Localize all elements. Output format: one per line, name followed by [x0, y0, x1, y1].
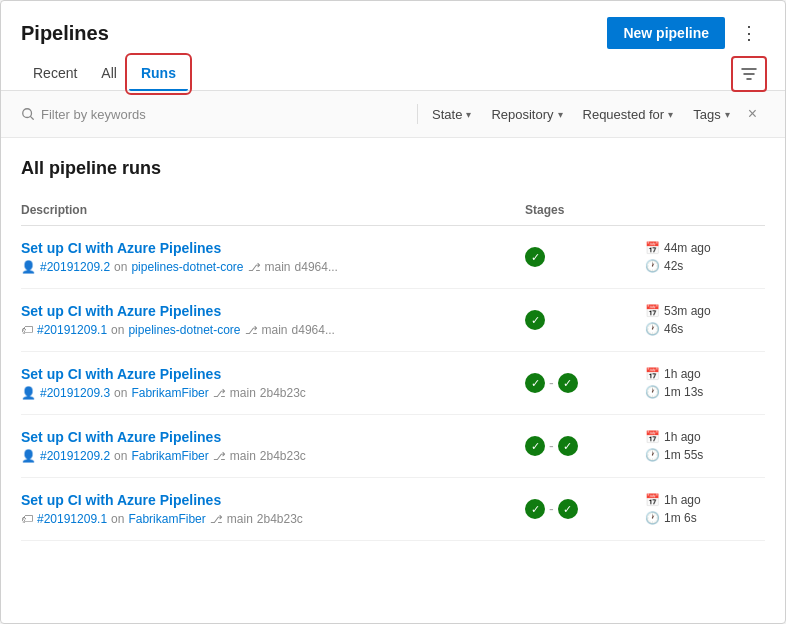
clock-icon: 🕐: [645, 511, 660, 525]
pipeline-info: Set up CI with Azure Pipelines 👤 #201912…: [21, 240, 525, 274]
person-icon: 👤: [21, 260, 36, 274]
stage-separator: -: [549, 375, 554, 391]
on-text: on: [114, 386, 127, 400]
on-text: on: [114, 260, 127, 274]
stages-cell: ✓ - ✓: [525, 436, 645, 456]
on-text: on: [111, 323, 124, 337]
state-filter[interactable]: State ▾: [422, 103, 481, 126]
time-ago: 44m ago: [664, 241, 711, 255]
tab-recent[interactable]: Recent: [21, 57, 89, 91]
pipeline-name-link[interactable]: Set up CI with Azure Pipelines: [21, 240, 525, 256]
col-header-description: Description: [21, 203, 525, 217]
section-title: All pipeline runs: [21, 158, 765, 179]
branch-name: main: [262, 323, 288, 337]
filter-toggle-button[interactable]: [733, 58, 765, 90]
repository-filter[interactable]: Repository ▾: [481, 103, 572, 126]
requested-for-label: Requested for: [583, 107, 665, 122]
stages-cell: ✓: [525, 247, 645, 267]
repo-name: FabrikamFiber: [128, 512, 205, 526]
time-cell: 📅 44m ago 🕐 42s: [645, 241, 765, 273]
table-row: Set up CI with Azure Pipelines 🏷 #201912…: [21, 289, 765, 352]
table-row: Set up CI with Azure Pipelines 🏷 #201912…: [21, 478, 765, 541]
pipeline-name-link[interactable]: Set up CI with Azure Pipelines: [21, 429, 525, 445]
on-text: on: [114, 449, 127, 463]
duration: 1m 13s: [664, 385, 703, 399]
calendar-icon: 📅: [645, 304, 660, 318]
requested-for-filter[interactable]: Requested for ▾: [573, 103, 684, 126]
pipeline-meta: 👤 #20191209.2 on FabrikamFiber ⎇ main 2b…: [21, 449, 525, 463]
tab-all[interactable]: All: [89, 57, 129, 91]
branch-icon: ⎇: [245, 324, 258, 337]
pipeline-info: Set up CI with Azure Pipelines 🏷 #201912…: [21, 492, 525, 526]
repo-name: FabrikamFiber: [131, 386, 208, 400]
filter-icon: [741, 66, 757, 82]
duration-row: 🕐 42s: [645, 259, 765, 273]
time-ago: 1h ago: [664, 493, 701, 507]
repo-name: pipelines-dotnet-core: [131, 260, 243, 274]
time-ago-row: 📅 1h ago: [645, 367, 765, 381]
time-ago-row: 📅 44m ago: [645, 241, 765, 255]
stage-separator: -: [549, 438, 554, 454]
on-text: on: [111, 512, 124, 526]
new-pipeline-button[interactable]: New pipeline: [607, 17, 725, 49]
commit-hash: 2b4b23c: [260, 449, 306, 463]
duration: 46s: [664, 322, 683, 336]
repo-name: FabrikamFiber: [131, 449, 208, 463]
time-cell: 📅 1h ago 🕐 1m 55s: [645, 430, 765, 462]
table-row: Set up CI with Azure Pipelines 👤 #201912…: [21, 226, 765, 289]
pipeline-name-link[interactable]: Set up CI with Azure Pipelines: [21, 303, 525, 319]
repository-label: Repository: [491, 107, 553, 122]
branch-name: main: [230, 449, 256, 463]
clock-icon: 🕐: [645, 259, 660, 273]
clock-icon: 🕐: [645, 448, 660, 462]
tab-runs[interactable]: Runs: [129, 57, 188, 91]
commit-hash: d4964...: [295, 260, 338, 274]
commit-hash: 2b4b23c: [257, 512, 303, 526]
filter-icon-area: [733, 58, 765, 90]
header-actions: New pipeline ⋮: [607, 17, 765, 49]
stage-success-icon: ✓: [525, 310, 545, 330]
clock-icon: 🕐: [645, 322, 660, 336]
time-ago-row: 📅 1h ago: [645, 493, 765, 507]
tabs-bar: Recent All Runs: [1, 49, 785, 91]
tags-filter[interactable]: Tags ▾: [683, 103, 739, 126]
time-cell: 📅 1h ago 🕐 1m 13s: [645, 367, 765, 399]
duration: 1m 55s: [664, 448, 703, 462]
build-number: #20191209.2: [40, 449, 110, 463]
clear-filters-button[interactable]: ×: [740, 101, 765, 127]
keyword-filter[interactable]: Filter by keywords: [21, 107, 413, 122]
repo-name: pipelines-dotnet-core: [128, 323, 240, 337]
time-ago: 1h ago: [664, 367, 701, 381]
stage-success-icon: ✓: [525, 499, 545, 519]
branch-icon: ⎇: [248, 261, 261, 274]
filter-divider-1: [417, 104, 418, 124]
col-header-stages: Stages: [525, 203, 645, 217]
duration: 42s: [664, 259, 683, 273]
pipeline-info: Set up CI with Azure Pipelines 👤 #201912…: [21, 429, 525, 463]
stage-success-icon-2: ✓: [558, 373, 578, 393]
pipeline-name-link[interactable]: Set up CI with Azure Pipelines: [21, 366, 525, 382]
calendar-icon: 📅: [645, 493, 660, 507]
duration: 1m 6s: [664, 511, 697, 525]
time-cell: 📅 1h ago 🕐 1m 6s: [645, 493, 765, 525]
clock-icon: 🕐: [645, 385, 660, 399]
time-ago-row: 📅 1h ago: [645, 430, 765, 444]
more-options-button[interactable]: ⋮: [733, 17, 765, 49]
pipeline-meta: 👤 #20191209.3 on FabrikamFiber ⎇ main 2b…: [21, 386, 525, 400]
stage-separator: -: [549, 501, 554, 517]
pipeline-meta: 👤 #20191209.2 on pipelines-dotnet-core ⎇…: [21, 260, 525, 274]
build-number: #20191209.3: [40, 386, 110, 400]
time-ago: 1h ago: [664, 430, 701, 444]
pipeline-name-link[interactable]: Set up CI with Azure Pipelines: [21, 492, 525, 508]
tags-chevron: ▾: [725, 109, 730, 120]
time-cell: 📅 53m ago 🕐 46s: [645, 304, 765, 336]
branch-name: main: [230, 386, 256, 400]
page-title: Pipelines: [21, 22, 109, 45]
build-number: #20191209.1: [37, 512, 107, 526]
table-row: Set up CI with Azure Pipelines 👤 #201912…: [21, 415, 765, 478]
duration-row: 🕐 1m 6s: [645, 511, 765, 525]
tag-icon: 🏷: [21, 512, 33, 526]
branch-name: main: [265, 260, 291, 274]
branch-icon: ⎇: [210, 513, 223, 526]
requested-for-chevron: ▾: [668, 109, 673, 120]
